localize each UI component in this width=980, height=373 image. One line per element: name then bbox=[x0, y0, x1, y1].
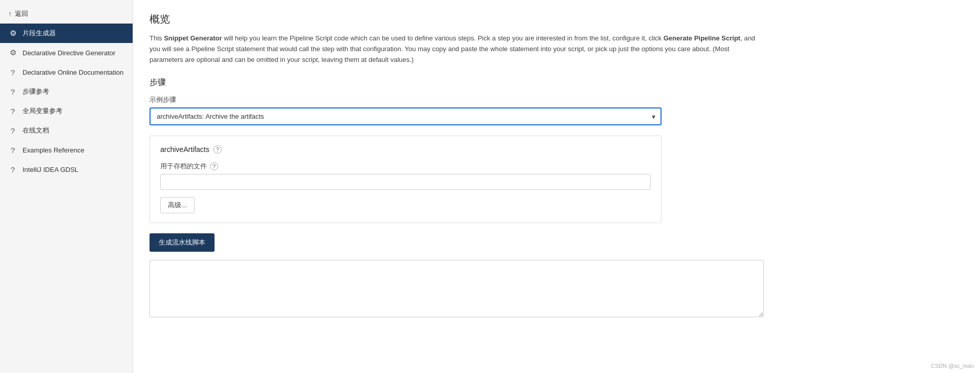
sidebar-item-snippet-generator[interactable]: ⚙片段生成器 bbox=[0, 24, 133, 43]
sidebar-icon-online-docs: ? bbox=[8, 126, 17, 135]
sidebar-item-examples-ref[interactable]: ?Examples Reference bbox=[0, 140, 133, 160]
panel-step-title: archiveArtifacts ? bbox=[160, 145, 651, 153]
footer-watermark: CSDN @sc_man bbox=[931, 363, 974, 369]
sidebar-label-online-docs: 在线文档 bbox=[23, 126, 49, 135]
panel-field-label-text: 用于存档的文件 bbox=[160, 162, 207, 171]
sidebar-label-step-ref: 步骤参考 bbox=[23, 87, 49, 96]
sidebar-label-declarative-directive: Declarative Directive Generator bbox=[23, 49, 115, 57]
sidebar-icon-snippet-generator: ⚙ bbox=[8, 29, 17, 38]
sidebar-icon-step-ref: ? bbox=[8, 87, 17, 96]
desc-middle: will help you learn the Pipeline Script … bbox=[222, 34, 664, 42]
desc-prefix: This bbox=[150, 34, 164, 42]
step-select[interactable]: archiveArtifacts: Archive the artifactsb… bbox=[150, 107, 662, 125]
desc-bold1: Snippet Generator bbox=[164, 34, 222, 42]
generate-button[interactable]: 生成流水线脚本 bbox=[150, 233, 215, 252]
desc-bold2: Generate Pipeline Script bbox=[664, 34, 740, 42]
output-textarea[interactable] bbox=[150, 260, 764, 317]
back-link[interactable]: ↑ 返回 bbox=[0, 4, 133, 24]
advanced-button[interactable]: 高级... bbox=[160, 197, 195, 213]
sidebar-label-global-var-ref: 全局变量参考 bbox=[23, 106, 62, 116]
sidebar-item-declarative-directive[interactable]: ⚙Declarative Directive Generator bbox=[0, 43, 133, 62]
sidebar: ↑ 返回 ⚙片段生成器⚙Declarative Directive Genera… bbox=[0, 0, 133, 373]
step-help-icon[interactable]: ? bbox=[214, 145, 222, 153]
step-config-panel: archiveArtifacts ? 用于存档的文件 ? 高级... bbox=[150, 136, 662, 223]
sidebar-icon-global-var-ref: ? bbox=[8, 106, 17, 116]
sidebar-item-step-ref[interactable]: ?步骤参考 bbox=[0, 82, 133, 101]
main-content: 概览 This Snippet Generator will help you … bbox=[133, 0, 980, 373]
back-label: 返回 bbox=[15, 9, 28, 18]
sidebar-item-declarative-online-doc[interactable]: ?Declarative Online Documentation bbox=[0, 62, 133, 82]
sidebar-items-list: ⚙片段生成器⚙Declarative Directive Generator?D… bbox=[0, 24, 133, 179]
sidebar-item-online-docs[interactable]: ?在线文档 bbox=[0, 121, 133, 140]
sidebar-icon-intellij-gdsl: ? bbox=[8, 165, 17, 174]
sidebar-label-intellij-gdsl: IntelliJ IDEA GDSL bbox=[23, 166, 78, 173]
sidebar-label-snippet-generator: 片段生成器 bbox=[23, 29, 56, 38]
sidebar-icon-declarative-online-doc: ? bbox=[8, 68, 17, 77]
sidebar-item-intellij-gdsl[interactable]: ?IntelliJ IDEA GDSL bbox=[0, 160, 133, 179]
field-help-icon[interactable]: ? bbox=[210, 162, 218, 170]
sidebar-icon-examples-ref: ? bbox=[8, 145, 17, 155]
dropdown-field-label: 示例步骤 bbox=[150, 95, 964, 104]
panel-step-name: archiveArtifacts bbox=[160, 145, 209, 153]
sidebar-label-declarative-online-doc: Declarative Online Documentation bbox=[23, 69, 123, 76]
sidebar-item-global-var-ref[interactable]: ?全局变量参考 bbox=[0, 101, 133, 121]
step-select-wrapper: archiveArtifacts: Archive the artifactsb… bbox=[150, 107, 662, 125]
sidebar-icon-declarative-directive: ⚙ bbox=[8, 48, 17, 57]
description-paragraph: This Snippet Generator will help you lea… bbox=[150, 33, 764, 65]
steps-section-title: 步骤 bbox=[150, 77, 964, 88]
sidebar-label-examples-ref: Examples Reference bbox=[23, 146, 84, 154]
back-arrow-icon: ↑ bbox=[8, 10, 12, 18]
panel-field-label: 用于存档的文件 ? bbox=[160, 162, 651, 171]
page-title: 概览 bbox=[150, 12, 964, 26]
artifacts-input[interactable] bbox=[160, 174, 651, 190]
